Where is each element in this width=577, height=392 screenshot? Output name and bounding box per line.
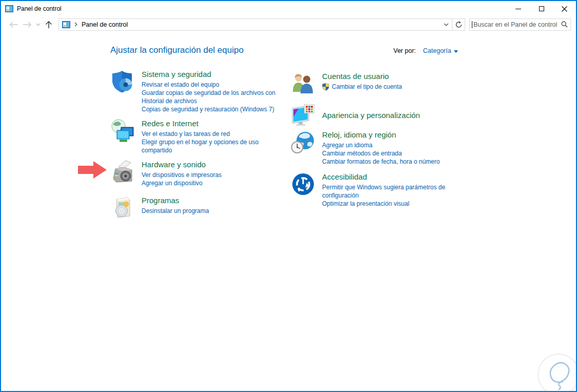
maximize-icon xyxy=(539,6,544,11)
link-backup-restore-win7[interactable]: Copias de seguridad y restauración (Wind… xyxy=(142,105,284,113)
breadcrumb[interactable]: Panel de control xyxy=(59,19,131,30)
programs-icon[interactable] xyxy=(110,195,135,220)
view-by-dropdown[interactable]: Categoría xyxy=(423,47,458,54)
page-title: Ajustar la configuración del equipo xyxy=(110,45,244,55)
bulb-watermark-logo xyxy=(534,350,577,392)
clock-language-region-icon[interactable] xyxy=(291,130,315,154)
category-title-appearance-personalization[interactable]: Apariencia y personalización xyxy=(322,110,454,120)
category-column-left: Sistema y seguridad Revisar el estado de… xyxy=(110,69,290,220)
link-change-account-type[interactable]: Cambiar el tipo de cuenta xyxy=(332,83,402,91)
control-panel-window: { "window": { "title": "Panel de control… xyxy=(0,0,577,392)
control-panel-icon xyxy=(5,5,13,13)
window-title: Panel de control xyxy=(17,5,507,12)
dropdown-triangle-icon xyxy=(454,50,458,53)
view-by-value: Categoría xyxy=(423,47,451,54)
category-title-user-accounts[interactable]: Cuentas de usuario xyxy=(322,71,454,81)
close-icon xyxy=(562,6,567,12)
category-title-network-internet[interactable]: Redes e Internet xyxy=(142,119,284,128)
category-programs: Programas Desinstalar un programa xyxy=(110,195,290,220)
category-title-ease-of-access[interactable]: Accesibilidad xyxy=(322,172,454,182)
navigation-toolbar: Panel de control Buscar en el Panel de c… xyxy=(1,16,576,32)
network-internet-icon[interactable] xyxy=(110,119,135,143)
address-dropdown-button[interactable] xyxy=(441,19,452,30)
link-add-device[interactable]: Agregar un dispositivo xyxy=(142,179,284,187)
category-title-hardware-sound[interactable]: Hardware y sonido xyxy=(142,160,284,169)
link-add-language[interactable]: Agregar un idioma xyxy=(322,141,454,149)
link-windows-suggest-settings[interactable]: Permitir que Windows sugiera parámetros … xyxy=(322,183,454,200)
back-arrow-icon xyxy=(9,22,18,28)
category-title-clock-language-region[interactable]: Reloj, idioma y región xyxy=(322,130,454,140)
ease-of-access-icon[interactable] xyxy=(291,172,315,197)
link-change-date-time-number-formats[interactable]: Cambiar formatos de fecha, hora o número xyxy=(322,158,454,166)
category-system-security: Sistema y seguridad Revisar el estado de… xyxy=(110,69,290,113)
minimize-button[interactable] xyxy=(507,1,530,16)
category-title-system-security[interactable]: Sistema y seguridad xyxy=(142,69,284,79)
up-arrow-icon xyxy=(45,21,52,29)
search-input[interactable]: Buscar en el Panel de control xyxy=(469,18,571,31)
address-bar[interactable]: Panel de control xyxy=(58,18,465,31)
forward-button[interactable] xyxy=(21,18,34,31)
category-appearance-personalization: Apariencia y personalización xyxy=(291,103,460,127)
chevron-down-icon xyxy=(444,23,449,26)
back-button[interactable] xyxy=(7,18,21,31)
security-shield-icon[interactable] xyxy=(110,69,135,94)
category-ease-of-access: Accesibilidad Permitir que Windows sugie… xyxy=(291,172,460,208)
category-user-accounts: Cuentas de usuario Camb xyxy=(291,71,460,96)
appearance-personalization-icon[interactable] xyxy=(291,103,315,127)
refresh-icon xyxy=(455,21,462,28)
chevron-down-icon xyxy=(36,23,41,26)
link-homegroup-sharing[interactable]: Elegir grupo en el hogar y opciones de u… xyxy=(142,138,284,154)
hardware-sound-icon[interactable] xyxy=(110,160,135,184)
link-uninstall-program[interactable]: Desinstalar un programa xyxy=(142,207,284,215)
main-content: Ajustar la configuración del equipo Ver … xyxy=(1,33,576,391)
title-bar: Panel de control xyxy=(1,1,576,16)
category-hardware-sound: Hardware y sonido Ver dispositivos e imp… xyxy=(110,160,290,187)
link-optimize-visual-display[interactable]: Optimizar la presentación visual xyxy=(322,200,454,208)
control-panel-icon-small xyxy=(62,21,70,29)
uac-shield-icon xyxy=(322,83,329,91)
search-icon[interactable] xyxy=(561,21,568,28)
link-review-computer-status[interactable]: Revisar el estado del equipo xyxy=(142,81,284,89)
category-column-right: Cuentas de usuario Camb xyxy=(291,69,460,208)
search-placeholder: Buscar en el Panel de control xyxy=(472,21,561,28)
category-network-internet: Redes e Internet Ver el estado y las tar… xyxy=(110,119,290,154)
link-file-history-backup[interactable]: Guardar copias de seguridad de los archi… xyxy=(142,89,284,105)
view-by-label: Ver por: xyxy=(393,47,416,54)
link-devices-printers[interactable]: Ver dispositivos e impresoras xyxy=(142,171,284,179)
forward-arrow-icon xyxy=(23,22,32,28)
category-clock-language-region: Reloj, idioma y región Agregar un idioma… xyxy=(291,130,460,166)
user-accounts-icon[interactable] xyxy=(291,71,315,96)
maximize-button[interactable] xyxy=(530,1,553,16)
up-button[interactable] xyxy=(42,18,55,31)
link-network-status-tasks[interactable]: Ver el estado y las tareas de red xyxy=(142,130,284,138)
red-highlight-arrow xyxy=(78,161,107,181)
breadcrumb-item[interactable]: Panel de control xyxy=(81,21,128,28)
category-title-programs[interactable]: Programas xyxy=(142,195,284,205)
recent-pages-button[interactable] xyxy=(34,18,42,31)
breadcrumb-chevron-icon xyxy=(74,22,77,27)
view-by-control: Ver por: Categoría xyxy=(393,47,458,54)
refresh-button[interactable] xyxy=(452,19,465,30)
link-change-input-methods[interactable]: Cambiar métodos de entrada xyxy=(322,149,454,158)
minimize-icon xyxy=(515,9,521,9)
close-button[interactable] xyxy=(553,1,576,16)
